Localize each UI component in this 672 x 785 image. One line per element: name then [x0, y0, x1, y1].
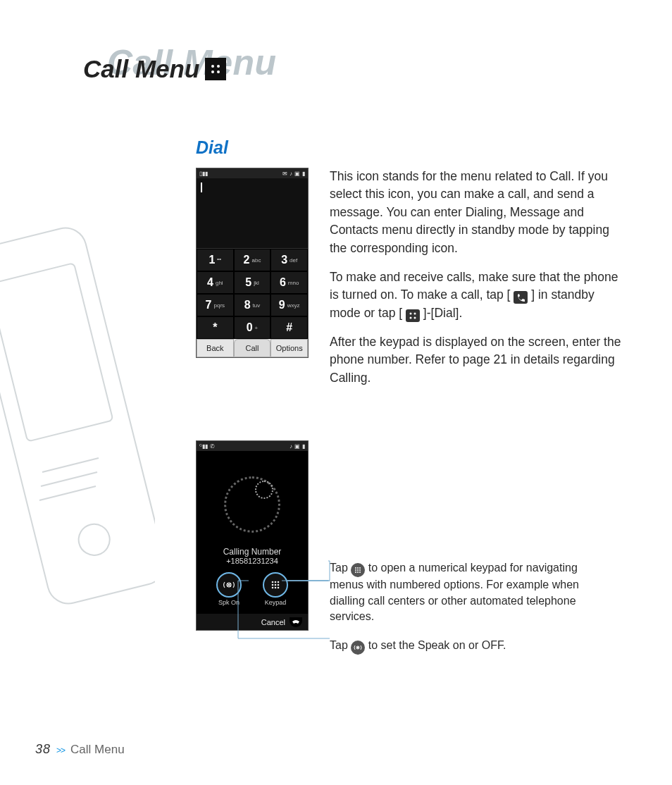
svg-point-26	[355, 567, 356, 569]
paragraph-3: After the keypad is displayed on the scr…	[330, 333, 623, 387]
sound-icon: ♪	[290, 171, 292, 177]
key-4[interactable]: 4ghi	[197, 271, 234, 294]
text-cursor	[201, 183, 202, 192]
svg-point-28	[359, 567, 361, 569]
key-9[interactable]: 9wxyz	[270, 294, 308, 316]
svg-line-5	[39, 486, 96, 500]
svg-line-3	[42, 458, 99, 472]
keypad-label: Keypad	[265, 599, 287, 606]
battery-icon: ▮	[302, 171, 305, 177]
screenshot-dialpad: ▯▮▮ ✉ ♪ ▣ ▮ 1ᵒᵒ 2abc 3def 4ghi 5j	[196, 168, 309, 358]
svg-point-24	[275, 587, 277, 589]
softkey-options[interactable]: Options	[270, 339, 308, 357]
svg-point-29	[355, 569, 356, 571]
svg-point-10	[409, 312, 411, 314]
tip-speaker: Tap to set the Speak on or OFF.	[330, 638, 597, 655]
speaker-icon	[216, 572, 242, 598]
svg-point-27	[357, 567, 359, 569]
number-display	[197, 178, 308, 249]
key-6[interactable]: 6mno	[270, 271, 308, 294]
battery-icon: ▮	[302, 443, 305, 450]
svg-point-12	[409, 316, 411, 319]
calling-label: Calling Number	[223, 547, 282, 557]
sound-icon: ♪	[290, 443, 292, 450]
speaker-toggle-button[interactable]: Spk On	[213, 572, 244, 606]
svg-point-22	[278, 584, 280, 586]
svg-point-31	[359, 569, 361, 571]
phone-icon	[514, 291, 528, 304]
footer-section: Call Menu	[70, 743, 125, 757]
svg-point-21	[275, 584, 277, 586]
keypad: 1ᵒᵒ 2abc 3def 4ghi 5jkl 6mno 7pqrs 8tuv …	[197, 249, 308, 339]
ring-inner-decoration	[255, 481, 273, 499]
msg-icon: ✉	[282, 171, 287, 177]
paragraph-1: This icon stands for the menu related to…	[330, 168, 623, 257]
key-5[interactable]: 5jkl	[234, 271, 271, 294]
key-hash[interactable]: #	[270, 316, 308, 339]
svg-point-6	[211, 65, 214, 68]
softkey-bar: Back Call Options	[197, 339, 308, 357]
svg-point-30	[357, 569, 359, 571]
speaker-label: Spk On	[218, 599, 239, 606]
svg-point-25	[278, 587, 280, 589]
menu-grid-icon	[205, 58, 226, 80]
cancel-label[interactable]: Cancel	[261, 618, 285, 626]
screenshot-calling: ᴳ▮▮✆ ♪▣▮ Calling Number +18581231234 Spk…	[196, 440, 309, 631]
svg-point-8	[211, 70, 214, 73]
cancel-bar: Cancel	[197, 613, 308, 630]
paragraph-2: To make and receive calls, make sure tha…	[330, 268, 623, 322]
key-8[interactable]: 8tuv	[234, 294, 271, 316]
softkey-back[interactable]: Back	[197, 339, 234, 357]
svg-rect-1	[0, 263, 113, 441]
signal-icon: ᴳ▮▮	[199, 443, 208, 450]
svg-rect-0	[0, 223, 155, 608]
menu-grid-icon	[406, 309, 420, 322]
net-icon: ▣	[294, 443, 300, 450]
svg-point-17	[272, 581, 274, 583]
speaker-icon	[351, 641, 365, 655]
key-0[interactable]: 0+	[234, 316, 271, 339]
key-2[interactable]: 2abc	[234, 249, 271, 271]
end-call-icon[interactable]	[290, 617, 302, 627]
calling-number: +18581231234	[226, 557, 278, 565]
page-title: Call Menu	[83, 55, 226, 83]
tip-keypad: Tap to open a numerical keypad for navig…	[330, 560, 597, 624]
signal-icon: ▯▮▮	[199, 171, 208, 177]
key-3[interactable]: 3def	[270, 249, 308, 271]
section-heading-dial: Dial	[196, 137, 623, 158]
page-title-text: Call Menu	[83, 55, 199, 83]
svg-point-18	[275, 581, 277, 583]
svg-point-7	[217, 65, 220, 68]
keypad-open-button[interactable]: Keypad	[260, 572, 291, 606]
page-number: 38	[35, 742, 51, 757]
calling-area: Calling Number +18581231234 Spk On	[197, 451, 308, 613]
key-star[interactable]: *	[197, 316, 234, 339]
key-1[interactable]: 1ᵒᵒ	[197, 249, 234, 271]
net-icon: ▣	[294, 171, 300, 177]
svg-point-2	[75, 521, 113, 558]
status-bar-2: ᴳ▮▮✆ ♪▣▮	[197, 441, 308, 451]
keypad-icon	[351, 563, 365, 577]
svg-point-20	[272, 584, 274, 586]
body-text: This icon stands for the menu related to…	[330, 168, 623, 398]
status-bar: ▯▮▮ ✉ ♪ ▣ ▮	[197, 168, 308, 178]
svg-point-34	[359, 571, 361, 573]
chevron-icon: >>	[56, 746, 65, 755]
svg-point-11	[413, 312, 416, 314]
svg-point-13	[413, 316, 416, 319]
softkey-call[interactable]: Call	[234, 339, 271, 357]
svg-line-4	[41, 472, 97, 486]
keypad-icon	[263, 572, 288, 598]
svg-point-33	[357, 571, 359, 573]
phone-status-icon: ✆	[210, 443, 215, 450]
phone-outline-decoration	[0, 211, 155, 634]
svg-point-19	[278, 581, 280, 583]
svg-point-9	[217, 70, 220, 73]
svg-point-23	[272, 587, 274, 589]
page-footer: 38 >> Call Menu	[35, 742, 125, 757]
key-7[interactable]: 7pqrs	[197, 294, 234, 316]
svg-point-32	[355, 571, 356, 573]
